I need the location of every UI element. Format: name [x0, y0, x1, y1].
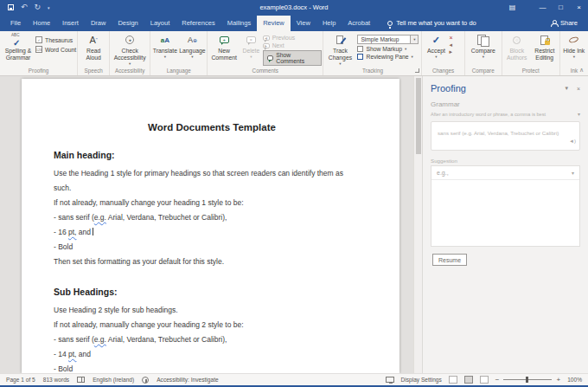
tab-draw[interactable]: Draw	[85, 16, 112, 31]
check-accessibility-icon: ●	[125, 34, 134, 46]
close-icon[interactable]: ×	[570, 0, 588, 15]
vertical-scrollbar[interactable]	[413, 76, 422, 373]
scrollbar-thumb[interactable]	[416, 78, 421, 154]
tab-insert[interactable]: Insert	[56, 16, 85, 31]
customize-quick-access-icon[interactable]: ▾	[48, 5, 50, 10]
suggestion-label: Suggestion	[423, 151, 588, 165]
spelling-grammar-button[interactable]: ABC✓ Spelling & Grammar	[1, 33, 35, 61]
previous-change-icon[interactable]: ◂	[449, 42, 452, 48]
ribbon-display-options-icon[interactable]: ▤	[503, 0, 521, 15]
track-changes-label: Track Changes	[324, 48, 355, 61]
show-comments-button[interactable]: Show Comments	[263, 50, 323, 66]
main-area: Word Documents Template Main heading: Us…	[0, 76, 588, 373]
group-label-changes: Changes	[423, 68, 463, 75]
collapse-ribbon-icon[interactable]: ∧	[579, 67, 584, 74]
reviewing-pane-button[interactable]: Reviewing Pane ▾	[357, 54, 419, 60]
previous-comment-button: ◂ Previous	[263, 35, 323, 41]
document-line: such.	[54, 181, 370, 196]
maximize-icon[interactable]: □	[552, 0, 570, 15]
markup-mode-value: Simple Markup	[357, 35, 411, 44]
accept-button[interactable]: ✓ Accept ▾	[423, 33, 449, 59]
check-accessibility-label: Check Accessibility	[111, 48, 149, 61]
chevron-down-icon[interactable]: ▾	[572, 170, 574, 176]
reviewing-pane-label: Reviewing Pane	[366, 54, 408, 60]
language-indicator[interactable]: English (Ireland)	[93, 377, 134, 383]
markup-mode-select[interactable]: Simple Markup ▾	[357, 35, 419, 44]
compare-button[interactable]: Compare ▾	[466, 33, 501, 59]
zoom-out-icon[interactable]: −	[495, 376, 500, 384]
document-page[interactable]: Word Documents Template Main heading: Us…	[22, 79, 399, 373]
show-markup-button[interactable]: Show Markup ▾	[357, 46, 419, 52]
zoom-slider[interactable]	[503, 379, 552, 380]
language-button[interactable]: A⊕ Language ▾	[179, 33, 207, 59]
tab-references[interactable]: References	[176, 16, 220, 31]
share-label: Share	[560, 19, 578, 27]
document-line: - Bold	[54, 362, 370, 373]
tab-mailings[interactable]: Mailings	[221, 16, 258, 31]
previous-comment-icon: ◂	[263, 35, 270, 41]
window-title: example03.docx - Word	[0, 3, 588, 11]
share-button[interactable]: Share	[551, 19, 588, 31]
translate-label: Translate	[153, 48, 177, 55]
restrict-editing-icon	[540, 34, 548, 46]
flagged-sentence-box[interactable]: sans serif (e.g. Arial, Verdana, Trebuch…	[431, 121, 580, 151]
page-indicator[interactable]: Page 1 of 5	[6, 377, 35, 383]
redo-icon[interactable]: ↻	[35, 3, 42, 11]
tab-acrobat[interactable]: Acrobat	[342, 16, 376, 31]
tab-design[interactable]: Design	[112, 16, 144, 31]
document-line: Use Heading 2 style for sub headings.	[54, 303, 370, 318]
undo-icon[interactable]: ↶	[21, 3, 28, 11]
suggestion-item[interactable]: e.g., ▾	[431, 166, 579, 180]
chevron-down-icon[interactable]: ▾	[578, 111, 580, 117]
next-change-icon[interactable]: ▸	[449, 48, 452, 55]
reject-icon[interactable]: ×	[449, 35, 452, 41]
web-layout-view-icon[interactable]	[480, 376, 489, 384]
tab-layout[interactable]: Layout	[144, 16, 176, 31]
proofing-status-icon[interactable]	[77, 377, 85, 383]
hide-ink-button[interactable]: Hide Ink ▾	[561, 33, 587, 59]
pane-close-icon[interactable]: ×	[577, 86, 580, 92]
document-canvas: Word Documents Template Main heading: Us…	[0, 76, 413, 373]
restrict-editing-button[interactable]: Restrict Editing	[531, 33, 559, 61]
thesaurus-button[interactable]: ✓ Thesaurus	[35, 36, 76, 43]
pane-menu-chevron-icon[interactable]: ▾	[565, 85, 568, 92]
word-count-indicator[interactable]: 813 words	[43, 377, 69, 383]
minimize-icon[interactable]: —	[534, 0, 552, 15]
ribbon-group-ink: Hide Ink ▾ Ink	[560, 31, 588, 75]
resume-button[interactable]: Resume	[432, 254, 467, 266]
document-heading-1: Main heading:	[54, 148, 370, 163]
show-comments-label: Show Comments	[276, 52, 317, 64]
track-changes-button[interactable]: Track Changes ▾	[324, 33, 355, 66]
tab-view[interactable]: View	[291, 16, 316, 31]
accessibility-icon	[142, 377, 149, 384]
new-comment-button[interactable]: + New Comment	[208, 33, 240, 61]
tell-me-search[interactable]: Tell me what you want to do	[387, 19, 476, 31]
print-layout-view-icon[interactable]	[464, 376, 473, 384]
read-aloud-button[interactable]: Aʹʹ Read Aloud	[79, 33, 108, 61]
chevron-down-icon: ▾	[250, 55, 252, 59]
show-markup-icon	[357, 46, 363, 52]
accessibility-status[interactable]: Accessibility: Investigate	[157, 377, 218, 383]
check-accessibility-button[interactable]: ● Check Accessibility ▾	[111, 33, 149, 66]
translate-button[interactable]: aA Translate ▾	[151, 33, 179, 59]
tracking-dialog-launcher-icon[interactable]	[415, 68, 419, 73]
document-heading-2: Sub Headings:	[54, 285, 370, 300]
chevron-down-icon[interactable]: ▾	[411, 35, 419, 44]
word-count-button[interactable]: 123 Word Count	[35, 46, 76, 53]
zoom-level[interactable]: 100%	[567, 377, 582, 383]
display-settings-label[interactable]: Display Settings	[401, 377, 442, 383]
tab-home[interactable]: Home	[27, 16, 56, 31]
previous-comment-label: Previous	[272, 35, 295, 41]
reviewing-pane-icon	[357, 54, 363, 60]
chevron-down-icon: ▾	[129, 61, 131, 66]
tab-review[interactable]: Review	[257, 16, 291, 31]
tab-help[interactable]: Help	[316, 16, 342, 31]
zoom-in-icon[interactable]: +	[556, 376, 560, 384]
read-mode-view-icon[interactable]	[449, 376, 457, 384]
save-icon[interactable]	[8, 4, 14, 10]
tab-file[interactable]: File	[4, 16, 27, 31]
zoom-slider-thumb[interactable]	[526, 377, 528, 383]
speaker-icon[interactable]: ◄)	[569, 138, 576, 145]
proofing-pane-header: Proofing ▾ ×	[423, 76, 588, 98]
chevron-down-icon: ▾	[483, 55, 484, 59]
